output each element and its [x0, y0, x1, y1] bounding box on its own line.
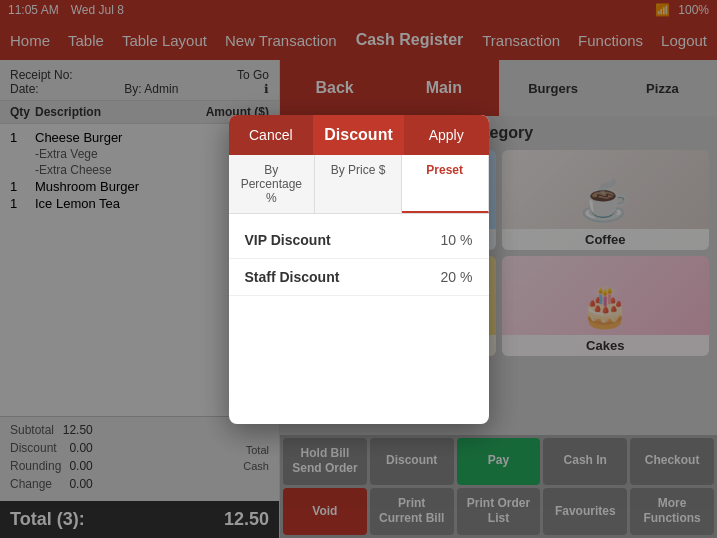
modal-cancel-button[interactable]: Cancel — [229, 115, 314, 155]
modal-title: Discount — [313, 126, 404, 144]
discount-spacer — [229, 296, 489, 416]
discount-modal: Cancel Discount Apply By Percentage % By… — [229, 115, 489, 424]
vip-discount-name: VIP Discount — [245, 232, 331, 248]
tab-by-price[interactable]: By Price $ — [315, 155, 402, 213]
modal-apply-button[interactable]: Apply — [404, 115, 489, 155]
discount-staff[interactable]: Staff Discount 20 % — [229, 259, 489, 296]
staff-discount-name: Staff Discount — [245, 269, 340, 285]
staff-discount-value: 20 % — [441, 269, 473, 285]
discount-list: VIP Discount 10 % Staff Discount 20 % — [229, 214, 489, 424]
discount-modal-header: Cancel Discount Apply — [229, 115, 489, 155]
tab-preset[interactable]: Preset — [402, 155, 489, 213]
discount-vip[interactable]: VIP Discount 10 % — [229, 222, 489, 259]
overlay[interactable]: Cancel Discount Apply By Percentage % By… — [0, 0, 717, 538]
discount-tabs: By Percentage % By Price $ Preset — [229, 155, 489, 214]
tab-by-percentage[interactable]: By Percentage % — [229, 155, 316, 213]
vip-discount-value: 10 % — [441, 232, 473, 248]
